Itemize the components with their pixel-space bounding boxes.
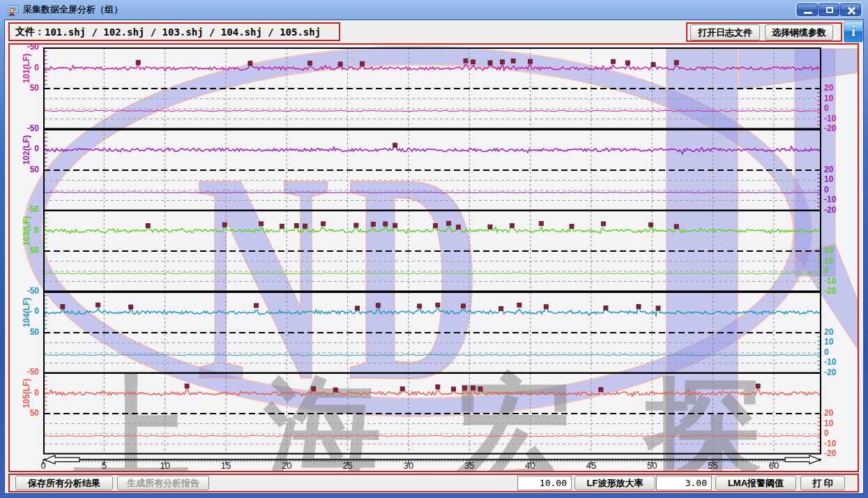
defect-marker [371,222,375,226]
titlebar: 采集数据全屏分析（组） [0,0,868,20]
defect-marker [510,223,514,227]
defect-marker [400,387,404,391]
lma-tick: -20 [824,205,846,215]
minimize-icon[interactable] [797,3,818,16]
file-bar: 文件： 101.shj / 102.shj / 103.shj / 104.sh… [8,22,340,41]
channel-lf-label: 102(LF) [22,128,31,172]
channel-plot-102.shj[interactable] [43,129,821,211]
defect-marker [393,143,397,147]
defect-marker [656,305,660,310]
x-tick-label: 15 [213,460,238,471]
defect-marker [604,305,608,310]
info-button[interactable]: i [844,21,863,43]
pan-right-arrow[interactable] [785,455,820,464]
defect-marker [254,303,259,308]
defect-marker [471,60,475,64]
defect-marker [625,61,630,65]
x-tick-label: 5 [91,460,116,471]
defect-marker [511,59,515,63]
lma-trace [44,192,820,193]
lma-tick: 20 [824,327,846,337]
channel-plot-105.shj[interactable] [43,372,821,455]
x-tick-label: 20 [274,460,299,471]
lma-tick: 20 [824,246,846,255]
lf-trace [44,50,821,71]
lf-gain-button[interactable]: LF波形放大率 [574,476,655,490]
channel-lf-label: 104(LF) [22,290,31,335]
defect-marker [418,303,422,308]
lma-trace [44,435,820,437]
defect-marker [447,221,451,225]
defect-marker [637,304,641,308]
lma-tick: 0 [824,266,846,276]
channel-plot-104.shj[interactable] [43,292,821,374]
channel-plot-101.shj[interactable] [43,47,821,130]
defect-marker [308,61,312,66]
lma-tick: 20 [824,165,846,174]
lma-threshold-button[interactable]: LMA报警阈值 [715,476,796,490]
lma-tick: -10 [824,439,846,448]
file-list: 101.shj / 102.shj / 103.shj / 104.shj / … [45,27,321,38]
defect-marker [222,222,227,227]
defect-marker [312,386,316,391]
window-controls [795,2,862,17]
lma-tick: -10 [824,195,846,204]
x-tick-label: 35 [457,460,482,471]
defect-marker [436,303,440,307]
defect-marker [360,61,365,66]
channel-lf-label: 105(LF) [22,371,31,416]
lma-tick: 0 [824,428,846,438]
lma-tick: 10 [824,93,846,103]
defect-marker [649,222,653,227]
x-axis[interactable] [10,453,858,469]
defect-marker [248,61,252,66]
lf-trace [44,375,821,396]
lma-tick: -20 [824,286,846,296]
chart-area[interactable]: ND 上海宏探 -5005020100-10-20101(LF)101(LMA)… [8,43,859,472]
defect-marker [539,222,543,226]
defect-marker [611,59,615,63]
x-tick-label: 60 [761,460,786,471]
close-icon[interactable] [840,3,861,16]
lma-tick: 10 [824,256,846,266]
defect-marker [599,388,603,392]
lf-trace [44,294,821,316]
defect-marker [376,303,380,307]
x-tick-label: 55 [701,460,726,471]
print-button[interactable]: 打 印 [800,476,845,490]
defect-marker [338,62,342,66]
lma-tick: 20 [824,408,846,418]
lma-tick: -10 [824,357,846,367]
defect-marker [499,306,503,310]
x-tick-label: 0 [31,460,56,471]
defect-marker [488,225,492,229]
defect-marker [500,60,504,64]
channel-lf-label: 103(LF) [22,209,31,253]
defect-marker [383,222,388,226]
defect-marker [294,223,298,227]
defect-marker [356,305,360,310]
x-tick-label: 10 [153,460,178,471]
x-tick-label: 30 [396,460,421,471]
channel-plot-103.shj[interactable] [43,210,821,292]
x-tick-label: 50 [639,460,664,471]
lma-threshold-input[interactable] [656,476,712,490]
defect-marker [333,388,337,392]
lma-tick: 10 [824,418,846,428]
x-tick-label: 40 [518,460,543,471]
maximize-icon[interactable] [818,3,839,16]
defect-marker [471,386,475,390]
lf-gain-input[interactable] [517,476,572,490]
defect-marker [462,303,466,308]
save-all-results-button[interactable]: 保存所有分析结果 [15,476,113,490]
lma-tick: 0 [824,185,846,195]
app-window: 采集数据全屏分析（组） 文件： 101.shj / 102.shj / 103.… [0,0,868,498]
x-tick-label: 25 [335,460,360,471]
generate-reports-button: 生成所有分析报告 [117,476,209,490]
lma-trace [44,110,820,112]
defect-marker [96,303,100,307]
lma-trace [44,273,820,274]
cable-params-button[interactable]: 选择钢缆参数 [765,24,833,40]
open-log-button[interactable]: 打开日志文件 [690,24,760,40]
defect-marker [674,225,678,229]
